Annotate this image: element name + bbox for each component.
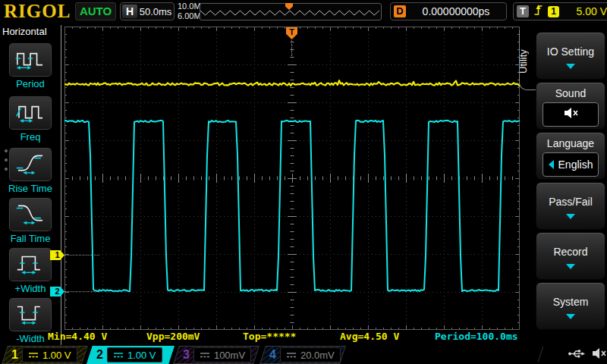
io-setting-button[interactable]: IO Setting xyxy=(536,32,605,80)
neg-width-icon xyxy=(15,302,46,328)
measurement-avg: Avg=4.50 V xyxy=(340,331,399,342)
channel-1-ground-line xyxy=(64,255,99,256)
usb-icon xyxy=(568,348,586,362)
freq-icon xyxy=(15,100,46,126)
period-icon xyxy=(15,47,46,73)
speaker-muted-icon xyxy=(591,347,606,362)
chevron-left-icon xyxy=(549,160,554,169)
top-status-bar: RIGOL AUTO H 50.0ms 10.0MSa/s 6.00M pts … xyxy=(0,0,607,23)
timebase-value: 50.0ms xyxy=(137,6,174,17)
freq-label: Freq xyxy=(20,131,41,143)
channel-1-status[interactable]: 1 1.00 V xyxy=(2,346,88,364)
language-button[interactable]: Language English xyxy=(536,132,605,180)
channel-2-ground-line xyxy=(64,291,99,292)
record-label: Record xyxy=(553,246,587,258)
graticule xyxy=(64,27,520,330)
channel-2-ground-marker[interactable]: 2 xyxy=(50,287,64,297)
waveform-display-grid xyxy=(64,27,520,330)
system-label: System xyxy=(553,296,589,308)
oscilloscope-screen: RIGOL AUTO H 50.0ms 10.0MSa/s 6.00M pts … xyxy=(0,0,607,364)
trigger-time-dashed-line xyxy=(291,40,292,56)
neg-width-label: -Width xyxy=(16,333,45,344)
channel-4-number: 4 xyxy=(269,348,276,362)
dc-coupling-icon xyxy=(200,348,210,362)
system-button[interactable]: System xyxy=(536,282,605,330)
channel-2-scale: 1.00 V xyxy=(127,350,156,361)
sound-label: Sound xyxy=(555,87,586,99)
io-setting-label: IO Setting xyxy=(547,46,594,58)
period-label: Period xyxy=(16,78,45,89)
rising-edge-icon xyxy=(533,3,544,20)
rigol-logo: RIGOL xyxy=(4,1,71,22)
measurement-vpp: Vpp=200mV xyxy=(146,331,200,342)
pass-fail-label: Pass/Fail xyxy=(549,196,593,208)
channel-3-scale: 100mV xyxy=(214,350,245,361)
trigger-source-badge: 1 xyxy=(548,6,559,17)
channel-3-status[interactable]: 3 100mV xyxy=(173,346,259,364)
channel-4-scale: 20.0mV xyxy=(300,350,335,361)
pos-width-label: +Width xyxy=(15,283,46,294)
pos-width-icon xyxy=(15,252,46,278)
delay-value: 0.00000000ps xyxy=(406,5,506,17)
trigger-label: T xyxy=(517,5,529,17)
waveform-preview[interactable] xyxy=(200,3,382,20)
channel-2-status[interactable]: 2 1.00 V xyxy=(86,346,175,364)
language-value: English xyxy=(558,158,593,171)
channel-2-number: 2 xyxy=(96,348,103,362)
channel-1-ground-marker[interactable]: 1 xyxy=(50,250,64,260)
fall-time-label: Fall Time xyxy=(11,233,51,244)
period-measure-button[interactable]: Period xyxy=(0,42,61,89)
delay-label: D xyxy=(394,5,406,17)
fall-time-measure-button[interactable]: Fall Time xyxy=(0,197,61,244)
chevron-down-icon xyxy=(566,64,575,69)
horizontal-timebase-box[interactable]: H 50.0ms xyxy=(120,2,175,20)
left-panel-title: Horizontal xyxy=(2,26,47,37)
trigger-status-badge: AUTO xyxy=(75,2,116,20)
sound-button[interactable]: Sound xyxy=(536,82,605,130)
trigger-level-value: 5.00 V xyxy=(563,5,607,17)
rise-time-icon xyxy=(15,152,46,177)
channel-1-scale: 1.00 V xyxy=(42,350,71,361)
measurement-period: Period=100.0ms xyxy=(435,331,518,342)
utility-menu-tab: Utility xyxy=(517,33,530,89)
dc-coupling-icon xyxy=(28,348,39,362)
record-button[interactable]: Record xyxy=(536,232,605,280)
bottom-bar-divider xyxy=(538,347,543,362)
chevron-down-icon xyxy=(566,264,575,269)
chevron-down-icon xyxy=(566,214,575,219)
pass-fail-button[interactable]: Pass/Fail xyxy=(536,182,605,230)
measurement-top: Top=***** xyxy=(243,331,296,342)
fall-time-icon xyxy=(15,202,46,228)
channel-3-number: 3 xyxy=(183,348,190,362)
dc-coupling-icon xyxy=(286,348,297,362)
rise-time-label: Rise Time xyxy=(8,183,52,194)
language-label: Language xyxy=(547,137,594,149)
freq-measure-button[interactable]: Freq xyxy=(0,96,61,143)
trigger-info-box[interactable]: T 1 5.00 V xyxy=(513,2,607,20)
speaker-muted-icon xyxy=(563,107,578,122)
delay-box[interactable]: D 0.00000000ps xyxy=(390,2,507,20)
left-panel-divider xyxy=(61,25,61,345)
channel-4-status[interactable]: 4 20.0mV xyxy=(259,346,346,364)
dc-coupling-icon xyxy=(113,348,124,362)
channel-1-number: 1 xyxy=(11,348,18,362)
measurement-min: Min=4.40 V xyxy=(48,331,107,342)
rise-time-measure-button[interactable]: Rise Time xyxy=(0,147,61,194)
h-label: H xyxy=(122,5,137,18)
chevron-down-icon xyxy=(566,314,575,319)
